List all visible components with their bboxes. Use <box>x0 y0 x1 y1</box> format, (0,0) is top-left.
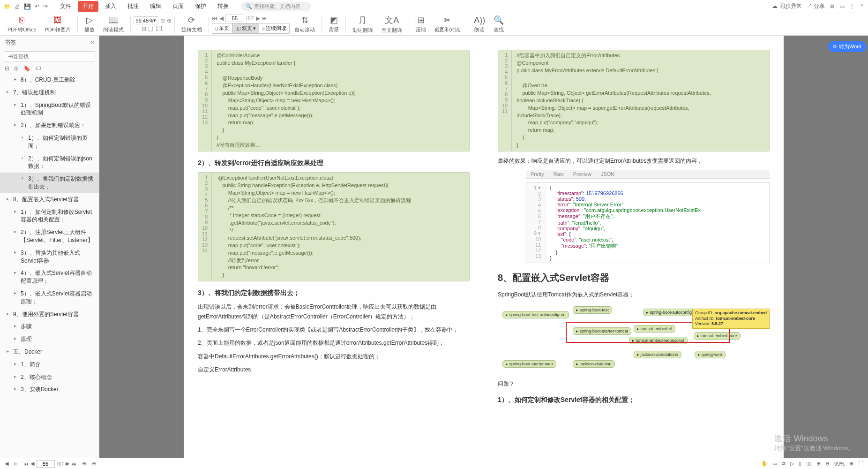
chevron-up-icon[interactable]: ⌃ <box>860 3 864 10</box>
tab-批注[interactable]: 批注 <box>123 1 143 12</box>
first-page-icon[interactable]: ⏮ <box>212 15 217 22</box>
zoom-in-icon[interactable]: ⊕ <box>167 17 172 24</box>
prev-history-icon[interactable]: ◀ <box>5 461 8 467</box>
outline-item[interactable]: ▸9、使用外置的Servlet容器 <box>0 308 99 321</box>
tab-开始[interactable]: 开始 <box>78 1 98 12</box>
tab-插入[interactable]: 插入 <box>100 1 121 12</box>
convert-to-word-button[interactable]: ⟳ 转为Word <box>828 41 866 52</box>
print-icon[interactable]: 🖨 <box>15 3 20 10</box>
tab-文件[interactable]: 文件 <box>55 1 76 12</box>
search-box[interactable]: 🔍 查找功能、文档内容 <box>241 2 311 11</box>
play-tool-icon[interactable]: ▷ <box>790 461 794 467</box>
collapse-icon[interactable]: ⊟ <box>5 65 9 72</box>
next-history-icon[interactable]: ▶ <box>14 461 18 467</box>
tab-保护[interactable]: 保护 <box>190 1 211 12</box>
next-page-icon[interactable]: ▶ <box>256 15 260 22</box>
outline-item[interactable]: ▸3）、替换为其他嵌入式Servlet容器 <box>0 247 99 267</box>
zoom-level: 99% <box>834 461 845 467</box>
bookmark-search-input[interactable] <box>4 51 95 61</box>
outline-item[interactable]: ▸5）、嵌入式Servlet容器启动原理； <box>0 287 99 308</box>
last-page-icon[interactable]: ⏭ <box>262 15 268 22</box>
outline-item[interactable]: ▸2）、注册Servlet三大组件【Servlet、Filter、Listene… <box>0 226 99 247</box>
full-translate-button[interactable]: 文A全文翻译 <box>378 15 406 34</box>
footer-page-input[interactable] <box>36 460 55 468</box>
remove-page-icon[interactable]: ⊖ <box>92 461 96 467</box>
bookmark-icon[interactable]: 🔖 <box>23 65 30 72</box>
outline-item[interactable]: ▪1）、如何定制错误的页面； <box>0 132 99 152</box>
outline-item[interactable]: ▪3）、将我们的定制数据携带出去； <box>0 173 99 193</box>
read-tool-icon[interactable]: ⧉ <box>782 461 786 467</box>
bookmark-add-icon[interactable]: 🏷 <box>35 65 41 72</box>
last-page-footer[interactable]: ⏭ <box>71 461 76 467</box>
page-input[interactable] <box>225 15 244 22</box>
json-tab[interactable]: JSON <box>599 171 616 177</box>
outline-item[interactable]: ▸步骤 <box>0 320 99 333</box>
outline-item[interactable]: ▪2）、如何定制错误的json数据； <box>0 152 99 173</box>
file-icons[interactable]: 📁 🖨 💾 ↶ ↷ <box>4 3 48 10</box>
outline-item[interactable]: ▸1）、SpringBoot默认的错误处理机制 <box>0 99 99 120</box>
pdf-to-office-button[interactable]: ⎘PDF转Office <box>4 15 40 33</box>
zoom-in-footer[interactable]: ⊕ <box>849 461 853 467</box>
undo-icon[interactable]: ↶ <box>35 3 39 10</box>
outline-item[interactable]: ▸3、安装Docker <box>0 383 99 396</box>
zoom-out-footer[interactable]: ⊖ <box>825 461 830 467</box>
menu-icon[interactable]: ⋮ <box>849 3 855 10</box>
tab-页面[interactable]: 页面 <box>168 1 188 12</box>
screenshot-button[interactable]: ✂截图和对比 <box>431 15 464 33</box>
compress-button[interactable]: ⊞压缩 <box>412 15 430 33</box>
gear-icon[interactable]: ⚙ <box>830 3 835 10</box>
json-tab[interactable]: Preview <box>571 171 593 177</box>
tab-转换[interactable]: 转换 <box>213 1 233 12</box>
single-page-button[interactable]: ▯ 单页 <box>212 23 232 33</box>
outline-item[interactable]: ▸五、Docker <box>0 346 99 358</box>
fit-tool-icon[interactable]: ⊞ <box>816 461 821 467</box>
outline-item[interactable]: ▸1、简介 <box>0 358 99 371</box>
expand-icon[interactable]: ⊞ <box>14 65 19 72</box>
pdf-to-image-button[interactable]: 🖼PDF转图片 <box>41 15 75 33</box>
single-view-icon[interactable]: ▯ <box>799 461 801 467</box>
outline-item[interactable]: ▸2、核心概念 <box>0 371 99 384</box>
first-page-footer[interactable]: ⏮ <box>23 461 29 467</box>
add-page-icon[interactable]: ⊕ <box>82 461 86 467</box>
continuous-button[interactable]: ≡ 连续阅读 <box>259 23 289 33</box>
fit-page-icon[interactable]: ▢ <box>148 25 153 32</box>
outline-item[interactable]: ▸8）、CRUD-员工删除 <box>0 74 99 86</box>
auto-scroll-button[interactable]: ⇅自动滚动 <box>291 15 319 33</box>
share-button[interactable]: ↗ 分享 <box>807 2 825 10</box>
word-translate-button[interactable]: ⺆划词翻译 <box>349 15 377 34</box>
diagram-node: ▸ spring-boot-starter-web <box>502 360 556 368</box>
prev-page-icon[interactable]: ◀ <box>219 15 224 22</box>
next-page-footer[interactable]: ▶ <box>66 461 69 467</box>
hand-tool-icon[interactable]: ✋ <box>761 461 768 467</box>
highlight-tool-icon[interactable]: ▭ <box>772 461 777 467</box>
read-aloud-button[interactable]: A))朗读 <box>470 15 489 33</box>
outline-item[interactable]: ▸8、配置嵌入式Servlet容器 <box>0 193 99 206</box>
fit-width-icon[interactable]: ⊟ <box>142 25 146 32</box>
rotate-button[interactable]: ⟳旋转文档 <box>178 15 206 33</box>
double-view-icon[interactable]: ▯▯ <box>806 461 812 467</box>
play-button[interactable]: ▷播放 <box>81 15 98 33</box>
outline-item[interactable]: ▸原理 <box>0 333 99 346</box>
actual-size-icon[interactable]: 1:1 <box>155 25 163 32</box>
json-tab[interactable]: Raw <box>552 171 566 177</box>
read-mode-button[interactable]: 📖阅读模式 <box>99 15 127 33</box>
prev-page-footer[interactable]: ◀ <box>30 461 34 467</box>
outline-item[interactable]: ▸2）、如果定制错误响应： <box>0 119 99 132</box>
double-page-button[interactable]: ▯▯ 双页▾ <box>232 23 259 33</box>
tab-编辑[interactable]: 编辑 <box>145 1 166 12</box>
zoom-select[interactable]: 99.45% ▾ <box>134 16 158 24</box>
window-icon[interactable]: ▭ <box>839 3 845 10</box>
zoom-out-icon[interactable]: ⊖ <box>160 17 165 24</box>
close-icon[interactable]: × <box>91 39 94 46</box>
sync-status[interactable]: ☁ 同步异常 <box>772 2 801 10</box>
json-tab[interactable]: Pretty <box>529 171 546 177</box>
outline-item[interactable]: ▸7、错误处理机制 <box>0 86 99 99</box>
find-button[interactable]: 🔍查找 <box>490 15 508 33</box>
save-icon[interactable]: 💾 <box>24 3 31 10</box>
fullscreen-icon[interactable]: ⛶ <box>858 461 863 467</box>
background-button[interactable]: ◩背景 <box>325 15 343 33</box>
outline-item[interactable]: ▸1）、如何定制和修改Servlet容器的相关配置； <box>0 206 99 227</box>
folder-icon[interactable]: 📁 <box>4 3 11 10</box>
redo-icon[interactable]: ↷ <box>43 3 48 10</box>
outline-item[interactable]: ▸4）、嵌入式Servlet容器自动配置原理； <box>0 267 99 287</box>
